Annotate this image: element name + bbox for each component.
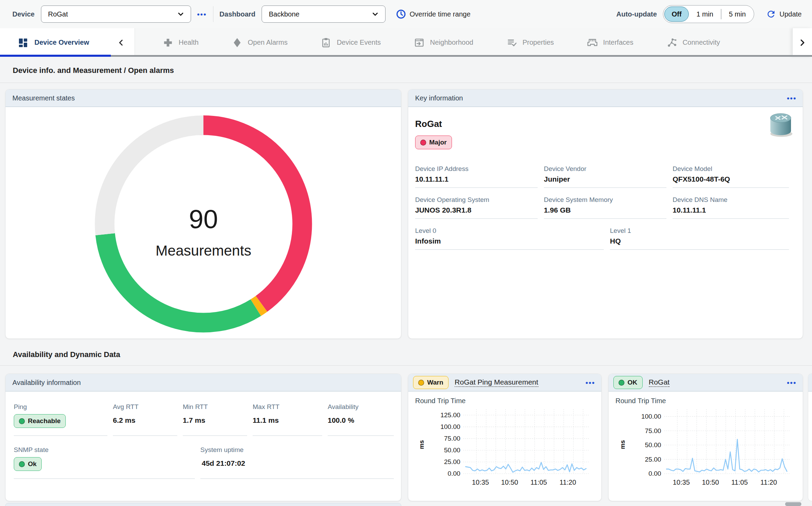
card-title: Measurement states (12, 94, 395, 102)
field-level-1: Level 1 HQ (610, 227, 789, 250)
update-button[interactable]: Update (766, 9, 802, 19)
measurement-states-card: Measurement states 90 Measurements (5, 89, 401, 339)
tab-properties[interactable]: Properties (506, 37, 554, 48)
active-tab-underline (0, 55, 111, 57)
card-title: Key information (415, 94, 781, 102)
svg-text:75.00: 75.00 (444, 435, 460, 442)
svg-text:ms: ms (418, 440, 425, 449)
severity-dot-icon (420, 140, 426, 146)
chevron-left-icon[interactable] (117, 38, 126, 47)
svg-text:75.00: 75.00 (645, 427, 661, 434)
field-device-memory: Device System Memory 1.96 GB (544, 196, 666, 219)
svg-text:100.00: 100.00 (441, 423, 461, 430)
uptime-cell: System uptime 45d 21:07:02 (200, 446, 394, 479)
alarm-diamond-icon (232, 37, 243, 48)
card-menu-icon[interactable]: ••• (787, 379, 797, 386)
next-row-card-header-partial (5, 503, 401, 506)
section-title-availability: Availability and Dynamic Data (13, 350, 120, 359)
tab-open-alarms[interactable]: Open Alarms (232, 37, 288, 48)
measurement-donut-chart[interactable]: 90 Measurements (6, 107, 401, 339)
status-dot-icon (19, 461, 25, 467)
ping-measurement-chart-card: Warn RoGat Ping Measurement ••• Round Tr… (408, 374, 602, 501)
auto-update-off-option[interactable]: Off (664, 7, 689, 22)
section-divider (0, 365, 812, 366)
tab-device-overview[interactable]: Device Overview (0, 28, 135, 57)
field-device-ip: Device IP Address 10.11.11.1 (415, 165, 538, 188)
snmp-status-badge: Ok (14, 457, 42, 471)
tab-health[interactable]: Health (162, 37, 199, 48)
svg-text:50.00: 50.00 (444, 446, 460, 454)
window-arrow-icon (414, 37, 425, 48)
card-header: Warn RoGat Ping Measurement ••• (408, 374, 601, 391)
chart-subtitle: Round Trip Time (408, 391, 601, 405)
svg-text:11:20: 11:20 (760, 478, 777, 486)
chart-title-link[interactable]: RoGat (649, 378, 670, 387)
svg-text:10:50: 10:50 (501, 478, 518, 486)
next-card-partial (808, 374, 812, 501)
field-device-dns: Device DNS Name 10.11.11.1 (673, 196, 789, 219)
key-information-body: RoGat Major Device IP Address 10.11.11.1… (408, 107, 803, 250)
tab-connectivity[interactable]: Connectivity (666, 37, 720, 48)
svg-text:10:50: 10:50 (702, 478, 719, 486)
svg-text:11:05: 11:05 (530, 478, 547, 486)
router-device-icon (767, 110, 794, 138)
refresh-icon (766, 9, 776, 19)
field-device-os: Device Operating System JUNOS 20.3R1.8 (415, 196, 538, 219)
field-level-0: Level 0 Infosim (415, 227, 604, 250)
tab-strip-scrollbar[interactable] (111, 55, 812, 57)
card-header: OK RoGat ••• (609, 374, 803, 391)
chart-title-link[interactable]: RoGat Ping Measurement (455, 378, 538, 387)
svg-text:125.00: 125.00 (441, 411, 461, 419)
key-information-card: Key information ••• RoGat Major Device I… (408, 89, 803, 339)
override-time-range-button[interactable]: Override time range (396, 9, 471, 19)
ping-status-badge: Reachable (14, 414, 66, 428)
svg-text:11:05: 11:05 (731, 478, 748, 486)
tab-label: Device Overview (34, 39, 111, 46)
auto-update-1min-option[interactable]: 1 min (689, 7, 720, 22)
field-device-vendor: Device Vendor Juniper (544, 165, 666, 188)
list-check-icon (506, 37, 517, 48)
device-select-value: RoGat (48, 10, 68, 18)
availability-snmp-row: SNMP state Ok System uptime 45d 21:07:02 (6, 436, 401, 479)
status-dot-icon (619, 380, 624, 386)
dashboard-select[interactable]: Backbone (262, 6, 386, 23)
horizontal-scrollbar-thumb[interactable] (785, 502, 801, 506)
availability-stats-row: Ping Reachable Avg RTT 6.2 ms Min RTT 1.… (6, 391, 401, 436)
tab-neighborhood[interactable]: Neighborhood (414, 37, 473, 48)
topbar-divider (213, 6, 213, 22)
field-device-model: Device Model QFX5100-48T-6Q (673, 165, 789, 188)
card-title: Availability information (12, 379, 395, 387)
override-time-range-label: Override time range (410, 10, 471, 18)
chart-status-badge: Warn (413, 376, 449, 389)
chevron-right-icon (798, 38, 807, 47)
chart-subtitle: Round Trip Time (609, 391, 803, 405)
tab-device-events[interactable]: Device Events (320, 37, 381, 48)
chevron-down-icon (176, 10, 185, 19)
tab-interfaces[interactable]: Interfaces (587, 37, 633, 48)
tab-strip: Device Overview Health Open Alarms Devic… (0, 28, 812, 57)
svg-text:11:20: 11:20 (560, 478, 576, 486)
device-more-icon[interactable]: ••• (197, 11, 207, 18)
svg-text:50.00: 50.00 (645, 441, 661, 449)
device-name: RoGat (415, 119, 795, 129)
svg-text:0.00: 0.00 (648, 470, 661, 477)
round-trip-time-chart: 0.0025.0050.0075.00100.00125.0010:3510:5… (408, 406, 601, 492)
snmp-state-cell: SNMP state Ok (14, 446, 195, 479)
card-menu-icon[interactable]: ••• (787, 95, 797, 102)
dashboard-icon (17, 37, 29, 49)
section-divider (0, 83, 812, 83)
availability-card: Availability information Ping Reachable … (5, 374, 401, 501)
device-label: Device (12, 10, 35, 18)
chart-status-badge: OK (613, 376, 643, 389)
device-select[interactable]: RoGat (41, 6, 191, 23)
tab-scroll-right-button[interactable] (792, 28, 812, 57)
section-title-device-info: Device info. and Measurement / Open alar… (13, 66, 174, 75)
ethernet-port-icon (587, 37, 598, 48)
tab-list: Health Open Alarms Device Events Neighbo… (135, 28, 792, 57)
auto-update-5min-option[interactable]: 5 min (722, 7, 753, 22)
card-header: Key information ••• (408, 89, 803, 107)
card-menu-icon[interactable]: ••• (586, 379, 595, 386)
svg-text:100.00: 100.00 (641, 413, 661, 420)
card-header: Availability information (6, 374, 401, 391)
svg-text:25.00: 25.00 (645, 456, 661, 463)
